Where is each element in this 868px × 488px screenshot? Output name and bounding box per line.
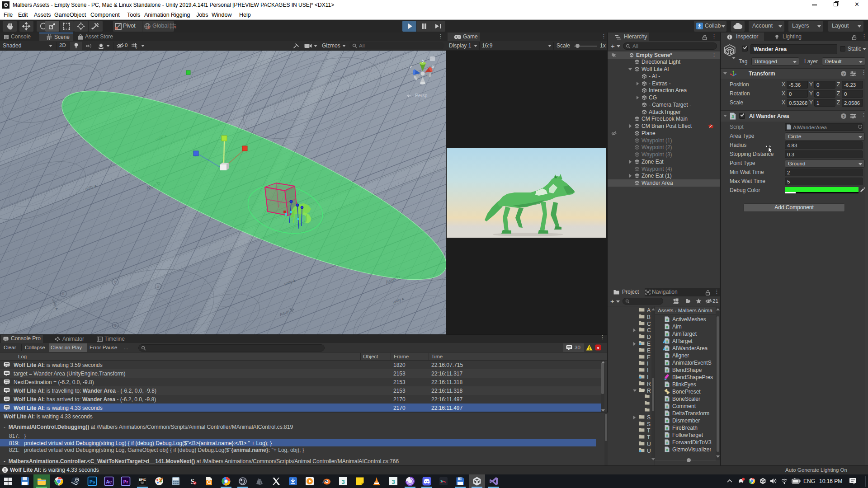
svg-text:Ps: Ps	[90, 479, 95, 484]
svg-text:y: y	[422, 58, 424, 63]
svg-text:Persp: Persp	[415, 93, 428, 98]
svg-text:#: #	[666, 448, 668, 452]
svg-text:#: #	[666, 368, 668, 373]
svg-text:#: #	[666, 332, 668, 337]
svg-text:?: ?	[842, 114, 845, 119]
svg-text:6: 6	[114, 324, 117, 328]
svg-text:z: z	[410, 64, 412, 69]
svg-text:#: #	[666, 404, 668, 409]
svg-text:3: 3	[392, 479, 395, 485]
svg-text:Y: Y	[135, 47, 137, 50]
svg-text:?: ?	[842, 71, 845, 76]
svg-text:x: x	[597, 346, 599, 350]
svg-text:#: #	[666, 397, 668, 402]
svg-text:x: x	[432, 64, 434, 69]
svg-text:Ae: Ae	[106, 479, 112, 484]
svg-text:#: #	[666, 325, 668, 329]
svg-text:#: #	[731, 114, 734, 119]
svg-text:6: 6	[114, 280, 117, 284]
svg-text:#: #	[666, 441, 668, 445]
svg-text:#: #	[666, 361, 668, 366]
svg-text:#: #	[666, 433, 668, 438]
svg-text:5: 5	[157, 285, 160, 289]
svg-text:#: #	[666, 419, 668, 423]
svg-text:EPIC: EPIC	[139, 478, 146, 481]
svg-text:#: #	[666, 426, 668, 431]
svg-text:#: #	[666, 383, 668, 387]
svg-text:#: #	[666, 354, 668, 358]
svg-text:3: 3	[341, 479, 344, 485]
svg-text:#: #	[666, 412, 668, 416]
svg-text:#: #	[666, 318, 668, 322]
svg-text:8: 8	[62, 292, 65, 296]
svg-text:Pr: Pr	[123, 479, 128, 484]
